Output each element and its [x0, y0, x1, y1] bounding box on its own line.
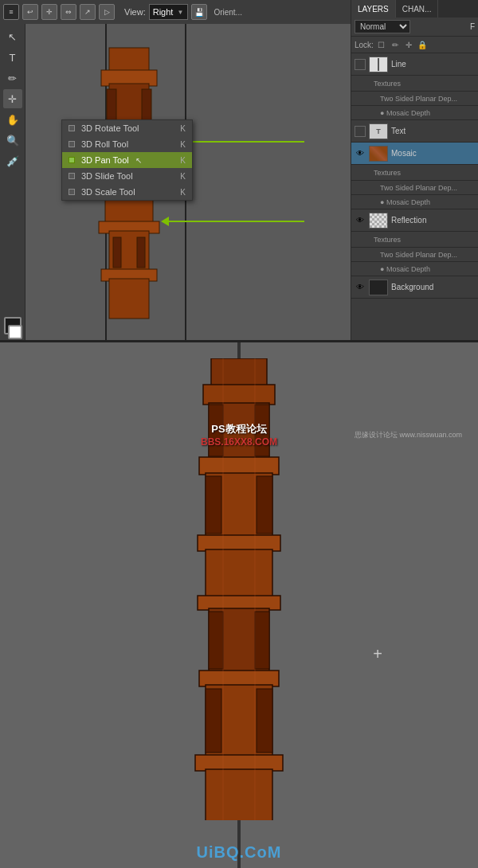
svg-rect-16 [109, 279, 149, 319]
menu-item-slide[interactable]: 3D Slide Tool K [62, 168, 192, 184]
menu-button[interactable]: ≡ [3, 4, 19, 20]
layer-thumb-mosaic [369, 146, 388, 162]
dropdown-arrow-icon: ▼ [176, 8, 184, 16]
blend-mode-select[interactable]: Normal [355, 20, 410, 33]
view-dropdown[interactable]: Right ▼ [149, 4, 189, 20]
layer-reflection[interactable]: 👁 Reflection [351, 209, 478, 232]
svg-rect-18 [203, 385, 275, 405]
pan-tool-active[interactable]: ✛ [3, 89, 22, 108]
planar-label-3: Two Sided Planar Dep... [367, 251, 457, 259]
layer-text[interactable]: T Text [351, 120, 478, 143]
slide-shortcut: K [180, 172, 186, 181]
svg-rect-24 [206, 476, 221, 534]
panel-tabs: LAYERS CHAN... [351, 0, 478, 18]
layer-mosaic[interactable]: 👁 Mosaic [351, 143, 478, 165]
menu-item-scale[interactable]: 3D Scale Tool K [62, 184, 192, 200]
tool-btn-3[interactable]: ⇔ [61, 4, 76, 20]
layer-sub-textures-3: Textures [351, 232, 478, 248]
eyedropper-tool[interactable]: 💉 [3, 151, 22, 170]
watermark-right: 思缘设计论坛 www.nisswuan.com [355, 430, 462, 440]
zoom-tool[interactable]: 🔍 [3, 131, 22, 150]
save-icon-btn[interactable]: 💾 [191, 4, 207, 20]
textures-label-2: Textures [361, 169, 401, 177]
svg-rect-32 [199, 671, 279, 686]
context-menu: 3D Rotate Tool K 3D Roll Tool K 3D Pan T… [61, 119, 193, 201]
layer-name-background: Background [391, 283, 433, 291]
planar-label-1: Two Sided Planar Dep... [367, 95, 457, 103]
layer-sub-textures-2: Textures [351, 165, 478, 181]
mosaicdepth-label-3: ● Mosaic Depth [367, 265, 430, 273]
eye-icon-mosaic[interactable]: 👁 [355, 148, 366, 159]
tab-channels-label: CHAN... [402, 5, 432, 14]
layer-thumb-background [369, 280, 388, 295]
layer-visibility-text[interactable] [355, 126, 366, 137]
rotate-label: 3D Rotate Tool [81, 123, 139, 133]
tool-btn-2[interactable]: ✛ [41, 4, 57, 20]
svg-rect-26 [198, 535, 280, 551]
svg-rect-0 [109, 48, 149, 72]
top-canvas-section: ≡ ↩ ✛ ⇔ ↗ ▷ View: Right ▼ 💾 Orient... 频教… [0, 0, 478, 342]
svg-rect-14 [137, 237, 145, 268]
pan-icon [69, 157, 75, 163]
cursor-icon: ↖ [135, 156, 142, 165]
layer-sub-textures-1: Textures [351, 76, 478, 92]
crosshair-icon: + [373, 645, 382, 663]
background-color[interactable] [8, 325, 22, 339]
rotate-icon [69, 125, 75, 131]
layer-sub-mosaicdepth-3: ● Mosaic Depth [351, 262, 478, 276]
view-label: View: [124, 7, 146, 17]
arrow-head-icon-2 [161, 217, 169, 226]
hand-tool[interactable]: ✋ [3, 110, 22, 129]
tab-layers[interactable]: LAYERS [351, 0, 396, 18]
layer-sub-mosaicdepth-1: ● Mosaic Depth [351, 106, 478, 120]
eye-icon-background[interactable]: 👁 [355, 282, 366, 293]
menu-item-pan[interactable]: 3D Pan Tool ↖ K [62, 152, 192, 168]
slide-label: 3D Slide Tool [81, 171, 133, 181]
text-tool[interactable]: T [3, 48, 22, 67]
menu-item-rotate[interactable]: 3D Rotate Tool K [62, 120, 192, 136]
bottom-canvas-section: PS教程论坛 BBS.16XX8.COM 思缘设计论坛 www.nisswuan… [0, 342, 478, 868]
brush-tool[interactable]: ✏ [3, 68, 22, 88]
arrow-indicator-2 [161, 217, 304, 226]
eye-icon-reflection[interactable]: 👁 [355, 215, 366, 226]
lock-row: Lock: ☐ ✏ ✛ 🔒 [351, 37, 478, 53]
tab-layers-label: LAYERS [358, 5, 389, 14]
layer-thumb-text: T [369, 123, 388, 139]
tab-channels[interactable]: CHAN... [396, 0, 439, 18]
svg-rect-34 [206, 689, 221, 753]
left-toolbar: ↖ T ✏ ✛ ✋ 🔍 💉 [0, 24, 25, 342]
svg-rect-37 [206, 769, 272, 820]
roll-shortcut: K [180, 140, 186, 149]
menu-item-roll[interactable]: 3D Roll Tool K [62, 136, 192, 152]
layer-name-text: Text [391, 127, 406, 135]
watermark-overlay: PS教程论坛 BBS.16XX8.COM [201, 422, 277, 448]
scale-label: 3D Scale Tool [81, 187, 135, 197]
layer-sub-planar-3: Two Sided Planar Dep... [351, 248, 478, 262]
arrow-line-2 [169, 221, 304, 222]
svg-rect-30 [209, 612, 223, 669]
scale-icon [69, 189, 75, 195]
slide-icon [69, 173, 75, 179]
layer-thumb-line [369, 57, 388, 72]
tool-btn-5[interactable]: ▷ [99, 4, 115, 20]
layer-sub-planar-1: Two Sided Planar Dep... [351, 92, 478, 106]
layer-visibility-checkbox[interactable] [355, 59, 366, 70]
orient-label: Orient... [214, 8, 242, 17]
lock-all-icon: 🔒 [417, 39, 428, 50]
layer-name-mosaic: Mosaic [391, 149, 417, 158]
roll-icon [69, 141, 75, 147]
lock-text: Lock: [355, 41, 374, 49]
planar-label-2: Two Sided Planar Dep... [367, 184, 457, 192]
arrow-tool[interactable]: ↖ [3, 27, 22, 46]
svg-rect-22 [199, 457, 279, 475]
tool-btn-1[interactable]: ↩ [22, 4, 38, 20]
lock-paint-icon: ✏ [390, 39, 401, 50]
bottom-brand: UiBQ.CoM [197, 843, 282, 862]
layer-thumb-reflection [369, 213, 388, 229]
roll-label: 3D Roll Tool [81, 139, 128, 149]
tool-btn-4[interactable]: ↗ [80, 4, 96, 20]
layer-background[interactable]: 👁 Background [351, 276, 478, 299]
layer-line[interactable]: Line [351, 53, 478, 76]
layer-name-line: Line [391, 60, 406, 68]
pan-shortcut: K [180, 156, 186, 165]
